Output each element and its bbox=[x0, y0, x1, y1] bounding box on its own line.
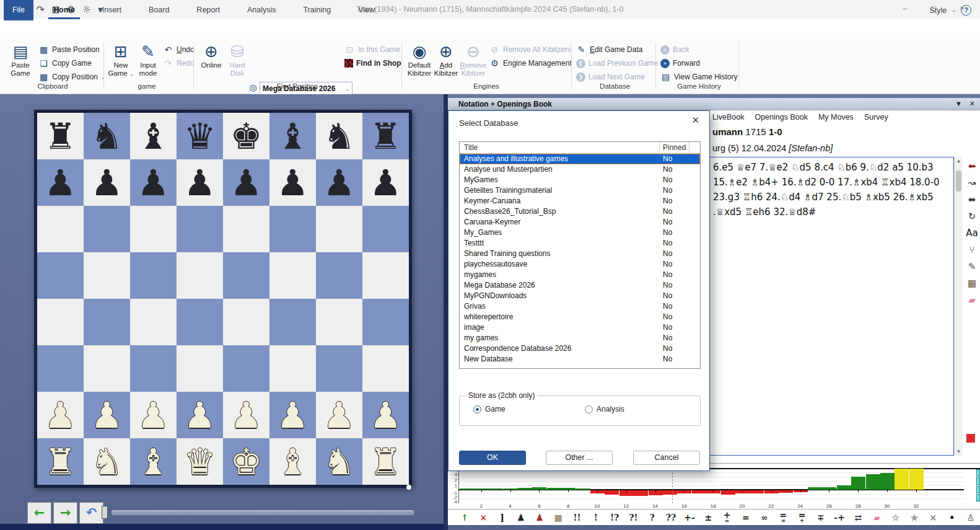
eval-bar[interactable] bbox=[851, 477, 865, 490]
board-square[interactable]: ♟ bbox=[223, 159, 269, 206]
Report[interactable]: Report bbox=[183, 0, 234, 20]
board-square[interactable] bbox=[316, 299, 362, 345]
close-panel-icon[interactable]: ✕ bbox=[969, 100, 975, 108]
database-row[interactable]: Mega Database 2026 No bbox=[460, 280, 700, 291]
eval-bar[interactable] bbox=[547, 488, 561, 490]
board-square[interactable]: ♚ bbox=[223, 438, 269, 485]
copy-game-button[interactable]: ❏ Copy Game bbox=[38, 57, 92, 69]
find-in-shop-button[interactable]: Find in Shop bbox=[344, 57, 401, 69]
black-piece[interactable]: ♟ bbox=[184, 162, 216, 204]
counterplay-symbol[interactable]: ⇄ bbox=[849, 514, 867, 521]
board-square[interactable] bbox=[223, 206, 269, 252]
paste-position-button[interactable]: ▦ Paste Position bbox=[38, 43, 100, 56]
eval-bar[interactable] bbox=[576, 488, 590, 490]
white-piece[interactable]: ♜ bbox=[45, 441, 77, 483]
hard-disk-button[interactable]: ⛁ Hard Disk bbox=[223, 42, 252, 80]
board-square[interactable]: ♟ bbox=[177, 392, 223, 438]
white-piece[interactable]: ♟ bbox=[370, 394, 402, 436]
board-square[interactable] bbox=[130, 252, 177, 299]
Board[interactable]: Board bbox=[135, 0, 183, 20]
board-square[interactable]: ♟ bbox=[316, 159, 362, 206]
database-row[interactable]: image No bbox=[460, 322, 700, 333]
board-square[interactable] bbox=[362, 206, 409, 252]
black-piece[interactable]: ♟ bbox=[45, 162, 77, 204]
board-square[interactable] bbox=[37, 345, 84, 392]
Insert[interactable]: Insert bbox=[89, 0, 135, 20]
remove-all-kibitzers-button[interactable]: ⊘ Remove All Kibitzers bbox=[489, 43, 571, 56]
Training[interactable]: Training bbox=[289, 0, 344, 20]
board-square[interactable]: ♟ bbox=[84, 159, 130, 206]
scrollbar-thumb[interactable] bbox=[956, 170, 961, 192]
board-square[interactable] bbox=[84, 252, 130, 299]
forward-button[interactable]: » Forward bbox=[660, 57, 700, 69]
paste-game-button[interactable]: ▤ Paste Game bbox=[6, 42, 35, 80]
black-piece[interactable]: ♟ bbox=[277, 162, 309, 204]
white-piece[interactable]: ♟ bbox=[277, 394, 309, 436]
board-square[interactable] bbox=[130, 345, 177, 392]
scroll-up-icon[interactable]: ▲ bbox=[955, 158, 963, 164]
dropdown-icon[interactable]: ▼ bbox=[955, 100, 962, 108]
notation-panel-header[interactable]: Notation + Openings Book ▼✕ bbox=[448, 98, 980, 110]
white-piece[interactable]: ♛ bbox=[184, 441, 216, 483]
swap-arrows-icon[interactable]: ⬌ bbox=[968, 194, 976, 205]
move-line[interactable]: 6.e5 ♕e7 7.♕e2 ♘d5 8.c4 ♘b6 9.♘d2 a5 10.… bbox=[713, 160, 948, 175]
other-button[interactable]: Other ... bbox=[546, 451, 613, 465]
white-piece[interactable]: ♟ bbox=[138, 394, 170, 436]
board-square[interactable] bbox=[84, 345, 130, 392]
panel-splitter[interactable] bbox=[444, 94, 448, 530]
board-square[interactable] bbox=[37, 252, 84, 299]
blunder-symbol[interactable]: ?? bbox=[662, 514, 680, 521]
eval-bar[interactable] bbox=[605, 490, 619, 495]
white-piece[interactable]: ♝ bbox=[138, 441, 170, 483]
black-piece[interactable]: ♝ bbox=[277, 115, 309, 157]
black-slightly-better-symbol[interactable]: =+ bbox=[793, 511, 812, 523]
copy-position-button[interactable]: ▩ Copy Position ⌄ bbox=[38, 71, 105, 83]
board-resize-handle[interactable] bbox=[406, 485, 411, 490]
takeback-button[interactable]: ↶ bbox=[79, 502, 103, 524]
star-outline-icon[interactable]: ☆ bbox=[886, 514, 905, 521]
board-square[interactable]: ♜ bbox=[37, 113, 84, 159]
white-better-symbol[interactable]: ± bbox=[699, 514, 717, 521]
white-piece[interactable]: ♟ bbox=[230, 394, 263, 436]
white-piece[interactable]: ♟ bbox=[184, 394, 216, 436]
board-square[interactable]: ♞ bbox=[84, 113, 130, 159]
good-move-symbol[interactable]: ! bbox=[587, 514, 605, 521]
black-winning-symbol[interactable]: -+ bbox=[830, 514, 849, 521]
board-square[interactable] bbox=[223, 299, 269, 345]
black-better-symbol[interactable]: ∓ bbox=[812, 514, 830, 521]
pinned-column-header[interactable]: Pinned bbox=[660, 142, 689, 153]
good-move-arrow-icon[interactable]: ↑ bbox=[455, 514, 474, 521]
white-winning-symbol[interactable]: +- bbox=[680, 514, 699, 521]
text-format-icon[interactable]: Aa bbox=[966, 227, 978, 239]
board-square[interactable]: ♟ bbox=[130, 159, 177, 206]
database-row[interactable]: Correspondence Database 2026 No bbox=[460, 343, 700, 354]
database-row[interactable]: MyPGNDownloads No bbox=[460, 291, 700, 301]
board-square[interactable] bbox=[316, 345, 362, 392]
database-row[interactable]: Caruana-Keymer No bbox=[460, 217, 700, 227]
board-square[interactable] bbox=[177, 345, 223, 392]
board-square[interactable] bbox=[37, 206, 84, 252]
database-row[interactable]: Grivas No bbox=[460, 301, 700, 312]
previous-move-button[interactable]: ← bbox=[27, 502, 51, 524]
board-square[interactable] bbox=[269, 252, 316, 299]
white-piece[interactable]: ♟ bbox=[45, 394, 77, 436]
board-square[interactable]: ♛ bbox=[177, 438, 223, 485]
piece-icon[interactable]: ♙ bbox=[961, 514, 980, 521]
black-piece[interactable]: ♛ bbox=[184, 115, 216, 157]
delete-icon[interactable]: × bbox=[474, 514, 492, 521]
board-square[interactable] bbox=[362, 252, 409, 299]
board-square[interactable]: ♟ bbox=[316, 392, 362, 438]
scroll-down-icon[interactable]: ▼ bbox=[955, 449, 963, 454]
database-row[interactable]: ChessBase26_Tutorial_Bsp No bbox=[460, 206, 700, 217]
notation-red-marker[interactable] bbox=[966, 434, 975, 445]
store-as-analysis-radio[interactable]: Analysis bbox=[585, 405, 624, 413]
eval-bar[interactable] bbox=[837, 485, 851, 490]
move-line[interactable]: .♕xd5 ♖eh6 32.♕d8# bbox=[713, 205, 948, 219]
board-square[interactable]: ♟ bbox=[223, 392, 269, 438]
compensation-symbol[interactable]: =∞ bbox=[774, 511, 792, 523]
equal-symbol[interactable]: = bbox=[737, 514, 755, 521]
white-piece[interactable]: ♝ bbox=[277, 441, 309, 483]
board-square[interactable]: ♞ bbox=[316, 113, 362, 159]
board-square[interactable]: ♝ bbox=[269, 113, 316, 159]
online-button[interactable]: ⊕ Online bbox=[197, 42, 225, 80]
